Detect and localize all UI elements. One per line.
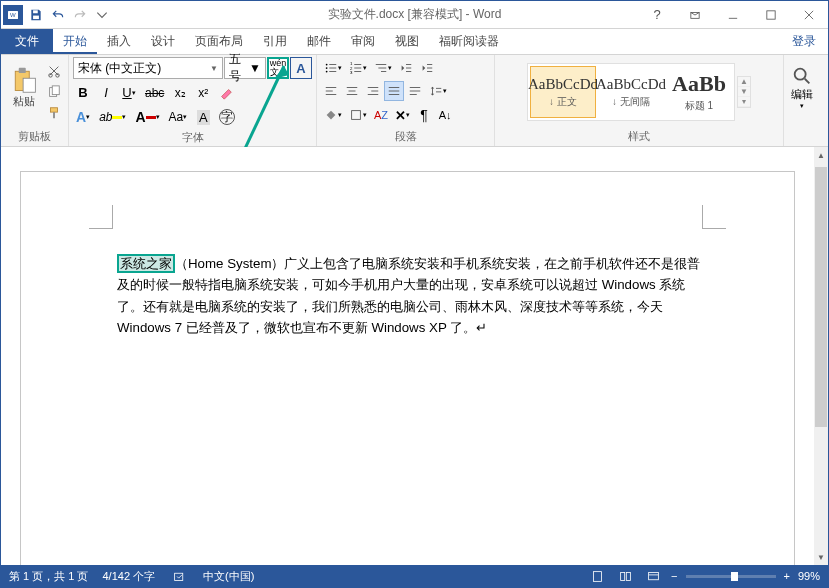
font-name-select[interactable]: 宋体 (中文正文)▼ xyxy=(73,57,223,79)
decrease-indent-icon[interactable] xyxy=(396,58,416,78)
document-body[interactable]: 系统之家（Home System）广义上包含了电脑系统安装和手机系统安装，在之前… xyxy=(117,253,704,338)
line-spacing-icon[interactable]: ▾ xyxy=(426,81,450,101)
login-link[interactable]: 登录 xyxy=(780,28,828,54)
svg-rect-15 xyxy=(52,86,59,95)
sort2-icon[interactable]: A↓ xyxy=(435,105,455,125)
style-heading1[interactable]: AaBb 标题 1 xyxy=(666,66,732,118)
minimize-icon[interactable] xyxy=(714,1,752,29)
vertical-scrollbar[interactable]: ▲ ▼ xyxy=(814,147,828,565)
tab-design[interactable]: 设计 xyxy=(141,28,185,54)
find-button[interactable]: 编辑 ▾ xyxy=(788,57,816,117)
align-right-icon[interactable] xyxy=(363,81,383,101)
asian-layout-icon[interactable]: ✕▾ xyxy=(392,105,413,126)
zoom-in-icon[interactable]: + xyxy=(784,570,790,582)
tab-foxit[interactable]: 福昕阅读器 xyxy=(429,28,509,54)
align-center-icon[interactable] xyxy=(342,81,362,101)
sort-icon[interactable]: AZ xyxy=(371,105,391,125)
highlighted-text[interactable]: 系统之家 xyxy=(117,254,175,273)
margin-corner-tr xyxy=(702,205,726,229)
svg-rect-11 xyxy=(23,78,35,92)
redo-icon[interactable] xyxy=(69,4,91,26)
style-normal[interactable]: AaBbCcDd ↓ 正文 xyxy=(530,66,596,118)
scroll-thumb[interactable] xyxy=(815,167,827,427)
titlebar: W 实验文件.docx [兼容模式] - Word ? xyxy=(1,1,828,29)
bold-icon[interactable]: B xyxy=(73,82,93,103)
strikethrough-icon[interactable]: abc xyxy=(142,83,167,103)
font-color-icon[interactable]: A▾ xyxy=(132,106,162,128)
spellcheck-icon[interactable] xyxy=(169,566,189,586)
superscript-icon[interactable]: x² xyxy=(193,83,213,103)
help-icon[interactable]: ? xyxy=(638,1,676,29)
align-left-icon[interactable] xyxy=(321,81,341,101)
svg-rect-65 xyxy=(626,572,630,580)
qa-customize-icon[interactable] xyxy=(91,4,113,26)
multilevel-list-icon[interactable]: ▾ xyxy=(371,58,395,78)
close-icon[interactable] xyxy=(790,1,828,29)
window-title: 实验文件.docx [兼容模式] - Word xyxy=(328,6,502,23)
underline-icon[interactable]: U▾ xyxy=(119,82,139,103)
language-indicator[interactable]: 中文(中国) xyxy=(203,569,254,584)
svg-rect-16 xyxy=(51,108,58,112)
tab-view[interactable]: 视图 xyxy=(385,28,429,54)
paste-button[interactable]: 粘贴 xyxy=(5,57,42,117)
tab-references[interactable]: 引用 xyxy=(253,28,297,54)
enclose-char-icon[interactable]: 字 xyxy=(216,106,238,128)
ribbon-display-icon[interactable] xyxy=(676,1,714,29)
document-area[interactable]: 系统之家（Home System）广义上包含了电脑系统安装和手机系统安装，在之前… xyxy=(1,147,814,565)
zoom-slider[interactable] xyxy=(686,575,776,578)
word-count[interactable]: 4/142 个字 xyxy=(102,569,155,584)
tab-home[interactable]: 开始 xyxy=(53,28,97,54)
scroll-down-icon[interactable]: ▼ xyxy=(814,549,828,565)
ribbon-tabs: 文件 开始 插入 设计 页面布局 引用 邮件 审阅 视图 福昕阅读器 登录 xyxy=(1,29,828,55)
zoom-value[interactable]: 99% xyxy=(798,570,820,582)
font-size-select[interactable]: 五号▼ xyxy=(224,57,266,79)
view-print-icon[interactable] xyxy=(587,566,607,586)
distribute-icon[interactable] xyxy=(405,81,425,101)
clear-format-icon[interactable] xyxy=(216,83,236,103)
view-read-icon[interactable] xyxy=(615,566,635,586)
ribbon: 粘贴 剪贴板 宋体 (中文正文)▼ 五号▼ wén文 A B I U▾ abc xyxy=(1,55,828,147)
grow-font-icon[interactable]: Aa▾ xyxy=(166,107,191,127)
zoom-out-icon[interactable]: − xyxy=(671,570,677,582)
paragraph-group-label: 段落 xyxy=(321,127,490,146)
style-gallery-arrows[interactable]: ▲▼▾ xyxy=(737,76,751,108)
char-shading-icon[interactable]: A xyxy=(193,107,213,128)
scroll-up-icon[interactable]: ▲ xyxy=(814,147,828,163)
svg-point-20 xyxy=(326,67,328,69)
undo-icon[interactable] xyxy=(47,4,69,26)
svg-text:W: W xyxy=(10,12,16,18)
show-marks-icon[interactable]: ¶ xyxy=(414,104,434,126)
page-indicator[interactable]: 第 1 页，共 1 页 xyxy=(9,569,88,584)
svg-point-58 xyxy=(795,68,806,79)
italic-icon[interactable]: I xyxy=(96,82,116,103)
highlight-icon[interactable]: ab▾ xyxy=(96,107,129,127)
tab-mail[interactable]: 邮件 xyxy=(297,28,341,54)
body-text[interactable]: （Home System）广义上包含了电脑系统安装和手机系统安装，在之前手机软件… xyxy=(117,256,701,335)
phonetic-guide-button[interactable]: wén文 xyxy=(267,57,289,79)
align-justify-icon[interactable] xyxy=(384,81,404,101)
subscript-icon[interactable]: x₂ xyxy=(170,83,190,103)
tab-insert[interactable]: 插入 xyxy=(97,28,141,54)
borders-icon[interactable]: ▾ xyxy=(346,105,370,125)
svg-rect-10 xyxy=(18,67,25,72)
svg-point-18 xyxy=(326,64,328,66)
copy-icon[interactable] xyxy=(44,82,64,102)
paste-label: 粘贴 xyxy=(13,94,35,109)
save-icon[interactable] xyxy=(25,4,47,26)
format-painter-icon[interactable] xyxy=(44,103,64,123)
view-web-icon[interactable] xyxy=(643,566,663,586)
increase-indent-icon[interactable] xyxy=(417,58,437,78)
char-border-button[interactable]: A xyxy=(290,57,312,79)
tab-file[interactable]: 文件 xyxy=(1,28,53,54)
text-effect-icon[interactable]: A▾ xyxy=(73,106,93,128)
bullet-list-icon[interactable]: ▾ xyxy=(321,58,345,78)
tab-review[interactable]: 审阅 xyxy=(341,28,385,54)
style-nospace[interactable]: AaBbCcDd ↓ 无间隔 xyxy=(598,66,664,118)
number-list-icon[interactable]: 123▾ xyxy=(346,58,370,78)
clipboard-group-label: 剪贴板 xyxy=(5,127,64,146)
style-gallery[interactable]: AaBbCcDd ↓ 正文 AaBbCcDd ↓ 无间隔 AaBb 标题 1 xyxy=(527,63,735,121)
shading-icon[interactable]: ▾ xyxy=(321,105,345,125)
styles-group-label: 样式 xyxy=(499,127,779,146)
maximize-icon[interactable] xyxy=(752,1,790,29)
cut-icon[interactable] xyxy=(44,61,64,81)
